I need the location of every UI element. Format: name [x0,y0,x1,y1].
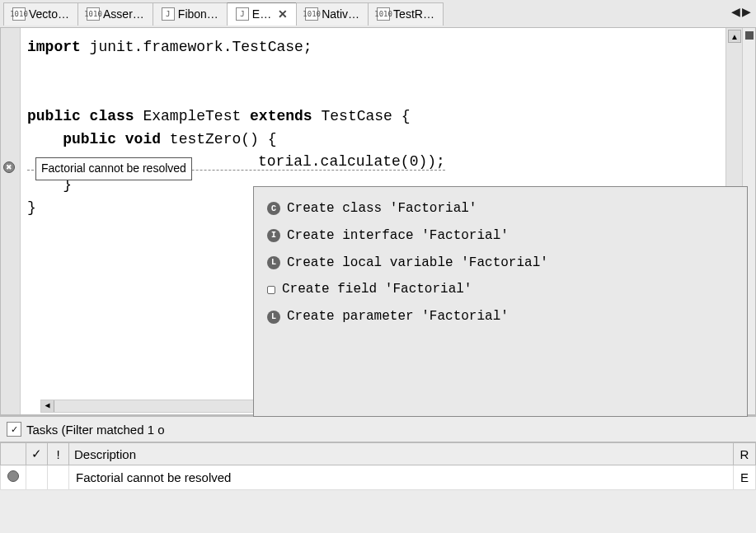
code-editor[interactable]: import junit.framework.TestCase; public … [21,28,725,414]
tasks-view-header[interactable]: ✓ Tasks (Filter matched 1 o [0,415,756,442]
tab-label: Vecto… [29,7,69,21]
scroll-left-icon[interactable]: ◀ [41,400,54,412]
tab-nativ[interactable]: 1010 Nativ… [296,2,369,26]
quickfix-label: Create parameter 'Factorial' [287,306,509,327]
tab-fibon[interactable]: J Fibon… [153,2,228,26]
tasks-table-header: ✓ ! Description R [1,443,756,465]
error-marker-icon[interactable]: ✖ [3,161,15,173]
code-text: ExampleTest [134,108,250,124]
keyword-import: import [27,39,81,55]
quickfix-label: Create interface 'Factorial' [287,226,509,246]
quickfix-create-class[interactable]: C Create class 'Factorial' [264,195,737,222]
task-resource: E [733,465,755,490]
binary-file-icon: 1010 [12,7,26,21]
close-icon[interactable]: ✕ [278,7,288,21]
binary-file-icon: 1010 [87,7,100,21]
tab-scroll-right-icon[interactable]: ▶ [742,5,751,18]
keyword-public-class: public class [27,108,134,124]
code-text: testZero() { [161,131,276,147]
tab-exampletest[interactable]: J E… ✕ [227,2,297,26]
parameter-icon: L [267,311,280,324]
col-resource[interactable]: R [733,443,755,465]
quickfix-create-field[interactable]: Create field 'Factorial' [264,276,737,303]
tab-label: E… [252,7,271,21]
col-completed[interactable]: ✓ [26,443,48,465]
quickfix-create-interface[interactable]: I Create interface 'Factorial' [264,222,737,250]
class-icon: C [267,202,280,215]
binary-file-icon: 1010 [305,7,318,21]
java-file-icon: J [236,7,249,21]
tab-label: Nativ… [322,7,359,21]
editor-area: ✖ import junit.framework.TestCase; publi… [0,28,756,415]
overview-error-mark[interactable] [745,31,754,40]
tasks-view-icon: ✓ [7,422,21,437]
tab-asser[interactable]: 1010 Asser… [77,2,153,26]
keyword-extends: extends [250,108,312,124]
tab-label: TestR… [393,7,434,21]
col-priority[interactable]: ! [48,443,69,465]
quickfix-label: Create field 'Factorial' [282,279,472,300]
code-text: junit.framework.TestCase; [81,39,312,55]
col-icon[interactable] [1,443,26,465]
task-priority-cell [48,465,69,490]
tab-label: Asser… [103,7,144,21]
editor-gutter[interactable]: ✖ [1,28,21,414]
code-text: TestCase { [312,108,411,124]
local-var-icon: L [267,256,280,269]
quickfix-label: Create class 'Factorial' [287,199,477,219]
error-icon [7,470,19,482]
quickfix-create-local-var[interactable]: L Create local variable 'Factorial' [264,250,737,277]
error-tooltip: Factorial cannot be resolved [35,157,192,180]
tasks-title: Tasks (Filter matched 1 o [26,423,165,437]
scroll-up-icon[interactable]: ▲ [728,30,741,43]
interface-icon: I [267,229,280,242]
quickfix-create-parameter[interactable]: L Create parameter 'Factorial' [264,303,737,330]
java-file-icon: J [162,7,175,21]
tasks-table: ✓ ! Description R Factorial cannot be re… [0,442,756,490]
field-icon [267,286,275,294]
tab-scroll-left-icon[interactable]: ◀ [731,5,740,18]
tab-scroll-buttons: ◀ ▶ [731,5,751,18]
tab-label: Fibon… [178,7,218,21]
binary-file-icon: 1010 [377,7,390,21]
task-description: Factorial cannot be resolved [69,465,734,490]
table-row[interactable]: Factorial cannot be resolved E [1,465,756,490]
keyword-public-void: public void [27,131,161,147]
quickfix-label: Create local variable 'Factorial' [287,253,548,274]
task-completed-cell [26,465,48,490]
tab-testr[interactable]: 1010 TestR… [368,2,444,26]
quickfix-popup: C Create class 'Factorial' I Create inte… [253,186,748,417]
tab-vecto[interactable]: 1010 Vecto… [3,2,78,26]
col-description[interactable]: Description [69,443,734,465]
editor-tab-bar: 1010 Vecto… 1010 Asser… J Fibon… J E… ✕ … [0,0,756,28]
